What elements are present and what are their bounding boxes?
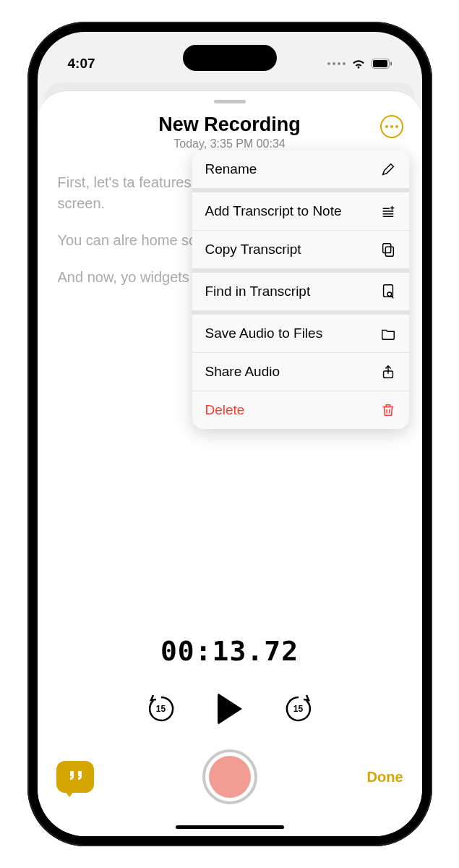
- pencil-icon: [380, 161, 396, 177]
- menu-label: Add Transcript to Note: [205, 203, 342, 219]
- playback-area: 00:13.72 15 15: [38, 635, 422, 836]
- folder-icon: [380, 326, 396, 341]
- dynamic-island: [183, 45, 277, 71]
- svg-rect-1: [373, 60, 387, 67]
- done-button[interactable]: Done: [366, 769, 403, 786]
- sheet-grabber[interactable]: [214, 100, 246, 103]
- phone-frame: 4:07 New Recording Today, 3:35 PM 00:34: [27, 22, 432, 846]
- record-dot-icon: [209, 756, 251, 798]
- copy-icon: [380, 242, 396, 258]
- play-button[interactable]: [218, 693, 242, 725]
- svg-rect-2: [390, 62, 392, 66]
- menu-save-audio[interactable]: Save Audio to Files: [192, 315, 409, 352]
- recording-subtitle: Today, 3:35 PM 00:34: [52, 137, 408, 150]
- menu-label: Share Audio: [205, 364, 280, 380]
- status-time: 4:07: [68, 56, 95, 72]
- cellular-icon: [327, 62, 346, 65]
- menu-delete[interactable]: Delete: [192, 391, 409, 429]
- menu-find[interactable]: Find in Transcript: [192, 273, 409, 310]
- menu-add-transcript[interactable]: Add Transcript to Note: [192, 192, 409, 230]
- menu-label: Save Audio to Files: [205, 326, 323, 341]
- menu-label: Rename: [205, 161, 257, 177]
- bottom-bar: Done: [38, 749, 422, 829]
- recording-sheet: New Recording Today, 3:35 PM 00:34 First…: [38, 91, 422, 836]
- menu-label: Copy Transcript: [205, 242, 301, 258]
- share-icon: [380, 364, 396, 380]
- more-button[interactable]: [380, 115, 403, 138]
- skip-forward-button[interactable]: 15: [283, 693, 314, 725]
- playback-controls: 15 15: [38, 693, 422, 725]
- context-menu: Rename Add Transcript to Note Copy Trans…: [192, 150, 409, 429]
- wifi-icon: [351, 59, 366, 69]
- skip-back-value: 15: [145, 693, 177, 725]
- svg-rect-4: [382, 244, 390, 253]
- ellipsis-icon: [385, 125, 398, 128]
- skip-back-button[interactable]: 15: [145, 693, 177, 725]
- battery-icon: [372, 59, 392, 69]
- transcript-quote-button[interactable]: [56, 761, 94, 793]
- timecode: 00:13.72: [38, 635, 422, 667]
- svg-rect-3: [385, 247, 393, 256]
- trash-icon: [380, 402, 396, 418]
- menu-label: Find in Transcript: [205, 284, 311, 299]
- menu-label: Delete: [205, 402, 245, 418]
- menu-rename[interactable]: Rename: [192, 150, 409, 188]
- phone-screen: 4:07 New Recording Today, 3:35 PM 00:34: [38, 32, 422, 836]
- text-insert-icon: [380, 203, 396, 219]
- home-indicator[interactable]: [176, 825, 284, 829]
- svg-point-6: [387, 292, 392, 297]
- menu-copy-transcript[interactable]: Copy Transcript: [192, 230, 409, 268]
- recording-title[interactable]: New Recording: [52, 114, 408, 136]
- skip-forward-value: 15: [283, 693, 314, 725]
- record-button[interactable]: [202, 749, 257, 804]
- status-icons: [327, 59, 392, 69]
- doc-search-icon: [380, 284, 396, 299]
- menu-share-audio[interactable]: Share Audio: [192, 352, 409, 391]
